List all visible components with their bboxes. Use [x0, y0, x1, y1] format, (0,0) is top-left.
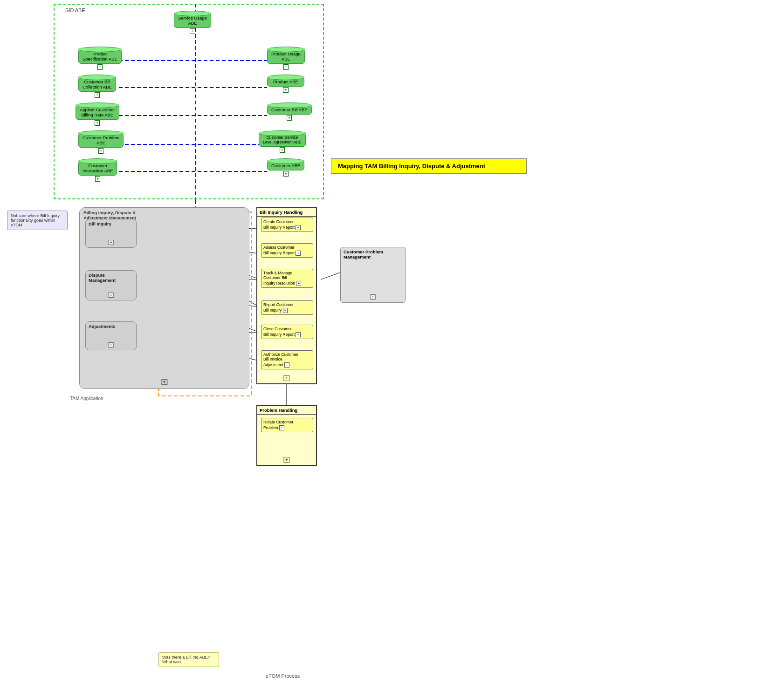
track-manage-item[interactable]: Track & ManageCustomer BillInquiry Resol… [261, 269, 313, 288]
problem-handling-label: Problem Handling [257, 406, 316, 415]
cylinder-plus[interactable]: + [95, 176, 100, 182]
adjustments-label: Adjustments [86, 322, 136, 331]
bih-bottom-plus[interactable]: + [283, 375, 289, 381]
svg-line-16 [321, 273, 340, 279]
cylinder-customer-problem-abe: Customer ProblemABE + [78, 133, 124, 154]
cylinder-plus[interactable]: + [95, 120, 100, 126]
bill-inquiry-plus[interactable]: + [109, 240, 114, 245]
cylinder-service-usage: Service UsageABE + [174, 13, 211, 34]
isolate-plus[interactable]: + [279, 425, 284, 430]
cylinder-customer-sla: Customer ServiceLevel Agreement ABE + [259, 133, 306, 153]
track-manage-plus[interactable]: + [296, 281, 301, 286]
cylinder-customer-abe: Customer ABE + [267, 161, 304, 177]
assess-cbir-plus[interactable]: + [296, 251, 301, 256]
cpm-plus[interactable]: + [371, 294, 376, 300]
note-bill-inquiry: Not sure where Bill Inquiry functionalit… [7, 211, 68, 230]
bill-inquiry-label: Bill Inquiry [86, 219, 136, 228]
dispute-management-plus[interactable]: + [109, 293, 114, 298]
cylinder-plus[interactable]: + [98, 148, 103, 154]
authorize-cbia-plus[interactable]: + [284, 362, 289, 368]
cylinder-product-spec: ProductSpecification ABE + [78, 49, 122, 70]
authorize-cbia-item[interactable]: Authorize CustomerBill InvoiceAdjustment… [261, 350, 313, 369]
cylinder-plus[interactable]: + [283, 87, 288, 93]
note-bill-inq-abe: Was there a Bill Inq ABE? What wou… [158, 652, 219, 667]
create-cbir-item[interactable]: Create CustomerBill Inquiry Report + [261, 218, 313, 232]
cylinder-plus[interactable]: + [95, 92, 100, 98]
cylinder-plus[interactable]: + [190, 28, 195, 34]
adjustments-box[interactable]: Adjustments + [85, 321, 137, 350]
create-cbir-plus[interactable]: + [296, 225, 301, 230]
dispute-management-label: DisputeManagement [86, 271, 136, 285]
cylinder-customer-bill-abe: Customer Bill ABE + [267, 105, 312, 121]
cylinder-plus[interactable]: + [283, 171, 289, 177]
close-cbir-item[interactable]: Close CustomerBill Inquiry Report + [261, 325, 313, 339]
cylinder-plus[interactable]: + [287, 115, 292, 121]
isolate-customer-problem-item[interactable]: Isolate CustomerProblem + [261, 418, 313, 432]
cylinder-cust-bill-collection: Customer BillCollection ABE + [78, 77, 116, 98]
ph-bottom-plus[interactable]: + [283, 457, 289, 463]
cylinder-customer-interaction: CustomerInteraction ABE + [78, 161, 117, 182]
report-cbi-item[interactable]: Report CustomerBill Inquiry + [261, 300, 313, 315]
assess-cbir-item[interactable]: Assess CustomerBill Inquiry Report + [261, 243, 313, 258]
dispute-management-box[interactable]: DisputeManagement + [85, 270, 137, 300]
diagram-canvas: Mapping TAM Billing Inquiry, Dispute & A… [0, 0, 784, 695]
sid-abe-label: SID ABE [65, 7, 85, 13]
cylinder-plus[interactable]: + [280, 147, 285, 153]
cylinder-plus[interactable]: + [283, 64, 289, 70]
cpm-label: Customer ProblemManagement [341, 247, 405, 261]
report-cbi-plus[interactable]: + [283, 308, 288, 313]
cylinder-product-usage: Product UsageABE + [267, 49, 305, 70]
tam-app-label: TAM Application [70, 396, 103, 401]
cylinder-product-abe: Product ABE + [267, 77, 304, 93]
mapping-label: Mapping TAM Billing Inquiry, Dispute & A… [331, 158, 527, 174]
customer-problem-management-box: Customer ProblemManagement + [340, 247, 406, 303]
billing-outer-plus[interactable]: + [161, 379, 167, 385]
cylinder-plus[interactable]: + [97, 64, 103, 70]
bill-inquiry-box[interactable]: Bill Inquiry + [85, 219, 137, 248]
adjustments-plus[interactable]: + [109, 342, 114, 348]
etom-label: eTOM Process [266, 673, 300, 679]
bill-inquiry-handling-box: Bill Inquiry Handling Create CustomerBil… [256, 207, 317, 384]
problem-handling-box: Problem Handling Isolate CustomerProblem… [256, 405, 317, 466]
bill-inquiry-handling-label: Bill Inquiry Handling [257, 208, 316, 217]
cylinder-applied-cust-billing: Applied CustomerBilling Rate ABE + [76, 105, 119, 126]
close-cbir-plus[interactable]: + [296, 332, 301, 337]
